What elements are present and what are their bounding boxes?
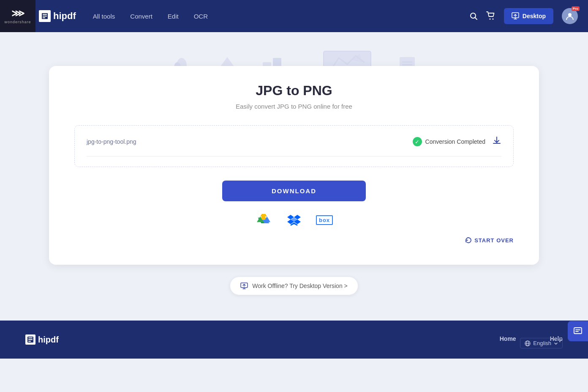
svg-line-5	[475, 18, 477, 20]
svg-point-7	[492, 19, 493, 20]
footer-col-home: Home	[500, 335, 516, 344]
page-subtitle: Easily convert JPG to PNG online for fre…	[74, 103, 514, 110]
nav-actions: Desktop Pro	[469, 8, 578, 24]
feedback-button[interactable]	[568, 321, 588, 341]
nav-ocr[interactable]: OCR	[194, 13, 208, 20]
box-button[interactable]: box	[315, 211, 334, 229]
user-avatar[interactable]: Pro	[562, 8, 578, 24]
svg-rect-28	[28, 341, 31, 342]
svg-point-6	[489, 19, 490, 20]
footer-logo-label: hipdf	[38, 335, 59, 345]
start-over-row: START OVER	[74, 237, 514, 244]
divider	[87, 156, 501, 156]
search-button[interactable]	[469, 12, 478, 20]
check-icon: ✓	[413, 137, 422, 146]
footer: hipdf Home Help English	[0, 321, 588, 359]
filename: jpg-to-png-tool.png	[87, 138, 406, 145]
file-download-icon-button[interactable]	[492, 136, 501, 148]
nav-convert[interactable]: Convert	[130, 13, 152, 20]
hipdf-label: hipdf	[53, 11, 76, 22]
desktop-button[interactable]: Desktop	[504, 8, 553, 24]
file-row: jpg-to-png-tool.png ✓ Conversion Complet…	[87, 136, 501, 148]
ws-icon: ⋙	[11, 8, 24, 19]
conversion-status: ✓ Conversion Completed	[413, 137, 485, 146]
nav-edit[interactable]: Edit	[168, 13, 179, 20]
google-drive-button[interactable]	[254, 211, 273, 229]
box-icon: box	[316, 215, 333, 225]
footer-logo[interactable]: hipdf	[25, 334, 59, 345]
language-selector[interactable]: English	[520, 338, 563, 348]
svg-rect-3	[43, 17, 45, 18]
nav-all-tools[interactable]: All tools	[93, 13, 115, 20]
language-label: English	[533, 340, 551, 346]
main-card: JPG to PNG Easily convert JPG to PNG onl…	[49, 66, 539, 265]
footer-logo-icon	[25, 334, 35, 345]
hipdf-logo-link[interactable]: hipdf	[39, 10, 76, 22]
svg-rect-1	[43, 14, 47, 15]
svg-rect-27	[28, 339, 33, 340]
svg-point-9	[568, 13, 572, 16]
cloud-save-row: box	[74, 211, 514, 229]
nav-links: All tools Convert Edit OCR	[93, 13, 469, 20]
download-button[interactable]: DOWNLOAD	[222, 181, 366, 201]
file-area: jpg-to-png-tool.png ✓ Conversion Complet…	[74, 125, 514, 167]
navbar: ⋙ wondershare hipdf All tools Convert Ed…	[0, 0, 588, 32]
footer-home-label: Home	[500, 335, 516, 342]
pro-badge: Pro	[572, 6, 580, 11]
desktop-btn-label: Desktop	[523, 13, 546, 19]
hipdf-icon	[39, 10, 51, 22]
page-title: JPG to PNG	[74, 83, 514, 99]
dropbox-button[interactable]	[285, 211, 303, 229]
start-over-button[interactable]: START OVER	[465, 237, 514, 244]
cart-button[interactable]	[486, 11, 495, 21]
ws-text: wondershare	[4, 20, 31, 24]
offline-banner[interactable]: Work Offline? Try Desktop Version >	[230, 277, 358, 295]
start-over-label: START OVER	[474, 237, 514, 244]
wondershare-logo: ⋙ wondershare	[0, 0, 35, 32]
svg-rect-2	[43, 16, 47, 16]
offline-banner-text: Work Offline? Try Desktop Version >	[252, 282, 348, 289]
status-text: Conversion Completed	[425, 138, 485, 145]
svg-rect-24	[574, 328, 582, 334]
main-content: JPG to PNG Easily convert JPG to PNG onl…	[0, 32, 588, 295]
svg-rect-26	[28, 337, 33, 338]
